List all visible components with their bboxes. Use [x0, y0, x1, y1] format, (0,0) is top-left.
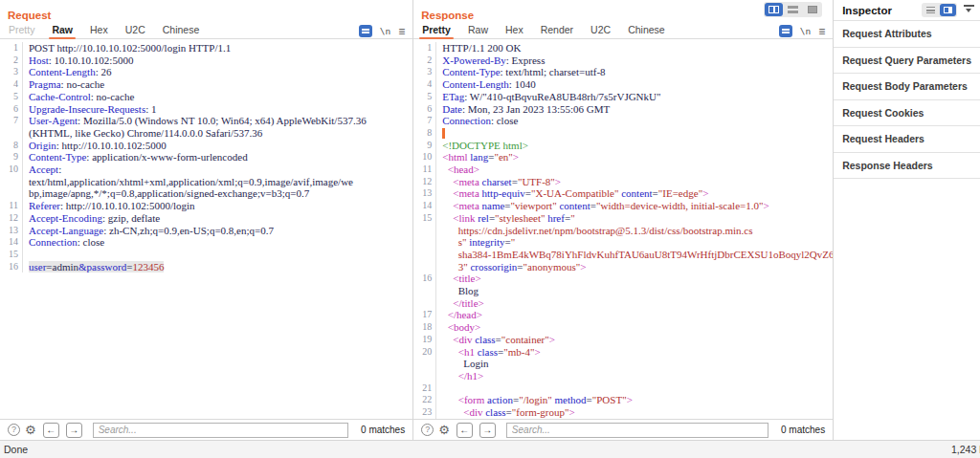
code-line: 11 <head>	[413, 164, 833, 176]
line-number: 5	[413, 91, 436, 103]
soft-wrap-toggle-icon[interactable]	[779, 25, 792, 37]
code-line: 7User-Agent: Mozilla/5.0 (Windows NT 10.…	[0, 115, 412, 127]
code-line: 5ETag: W/"410-qtBqvuReA8UB48rh/7s5rVJGNk…	[413, 91, 833, 103]
gear-icon[interactable]: ⚙	[438, 424, 450, 436]
code-text: Accept-Encoding: gzip, deflate	[29, 212, 160, 225]
code-text: s" integrity="	[442, 236, 515, 249]
tab-pretty[interactable]: Pretty	[421, 22, 452, 38]
line-number: 8	[413, 127, 436, 140]
line-number: 2	[0, 55, 23, 67]
code-text: ETag: W/"410-qtBqvuReA8UB48rh/7s5rVJGNkU…	[442, 91, 660, 103]
inspector-item-list: Request AttributesRequest Query Paramete…	[834, 21, 980, 179]
tab-chinese[interactable]: Chinese	[627, 22, 666, 38]
code-line: 2X-Powered-By: Express	[413, 55, 833, 67]
code-line: https://cdn.jsdelivr.net/npm/bootstrap@5…	[413, 225, 833, 237]
newline-visibility-toggle[interactable]: \n	[380, 26, 390, 36]
help-icon[interactable]: ?	[8, 424, 20, 436]
line-number: 17	[413, 309, 436, 321]
editor-menu-icon[interactable]: ≡	[398, 26, 405, 37]
request-title: Request	[8, 10, 51, 21]
soft-wrap-toggle-icon[interactable]	[359, 25, 372, 37]
gear-icon[interactable]: ⚙	[25, 424, 36, 436]
line-number: 12	[413, 176, 436, 188]
line-number: 4	[0, 78, 23, 91]
code-text: <title>	[442, 273, 481, 285]
collapse-panel-icon[interactable]	[964, 5, 974, 15]
code-text: </h1>	[442, 370, 483, 382]
code-text: Accept:	[29, 164, 61, 176]
tab-hex[interactable]: Hex	[504, 22, 524, 38]
line-number	[413, 297, 436, 310]
tab-hex[interactable]: Hex	[89, 22, 109, 38]
line-number: 11	[0, 200, 23, 212]
tab-u2c[interactable]: U2C	[124, 22, 146, 38]
code-text: <meta name="viewport" content="width=dev…	[442, 200, 769, 212]
line-number	[413, 249, 436, 261]
line-number: 1	[413, 42, 436, 55]
rows-icon	[788, 6, 798, 13]
inspector-item-request-headers[interactable]: Request Headers	[834, 126, 980, 153]
tab-pretty[interactable]: Pretty	[8, 22, 35, 38]
prev-match-button[interactable]: ←	[43, 423, 59, 438]
code-text: Login	[442, 358, 488, 370]
line-number: 4	[413, 78, 436, 91]
line-number: 9	[413, 140, 436, 152]
next-match-button[interactable]: →	[479, 423, 496, 438]
code-line: 1POST http://10.10.10.102:5000/login HTT…	[0, 42, 412, 55]
layout-single-button[interactable]	[803, 3, 821, 16]
line-number: 19	[413, 334, 436, 346]
tab-u2c[interactable]: U2C	[590, 22, 612, 38]
line-number	[413, 236, 436, 249]
http-message-viewer: Request PrettyRawHexU2CChinese \n ≡ 1POS…	[0, 0, 980, 458]
line-number: 12	[0, 212, 23, 225]
code-line: 10<html lang="en">	[413, 151, 833, 164]
code-text: Content-Length: 1040	[442, 78, 535, 91]
code-line: 6Date: Mon, 23 Jan 2023 13:55:06 GMT	[413, 103, 833, 116]
response-tab-bar: PrettyRawHexRenderU2CChinese \n ≡	[413, 23, 833, 39]
inspector-item-request-body-parameters[interactable]: Request Body Parameters	[834, 74, 980, 100]
inspector-list-view-button[interactable]	[923, 4, 939, 16]
inspector-pane-view-button[interactable]	[940, 4, 956, 16]
layout-rows-button[interactable]	[784, 3, 802, 16]
newline-visibility-toggle[interactable]: \n	[800, 26, 811, 36]
next-match-button[interactable]: →	[66, 423, 82, 438]
response-editor[interactable]: 1HTTP/1.1 200 OK2X-Powered-By: Express3C…	[413, 39, 833, 419]
code-text: Content-Type: text/html; charset=utf-8	[442, 66, 605, 78]
line-number: 1	[0, 42, 23, 55]
line-number: 13	[413, 187, 436, 200]
code-text: Cache-Control: no-cache	[29, 91, 134, 103]
response-search-bar: ? ⚙ ← → 0 matches	[413, 419, 833, 440]
tab-raw[interactable]: Raw	[467, 22, 489, 38]
code-text: <div class="container">	[442, 334, 555, 346]
line-number	[413, 370, 436, 382]
line-number: 10	[413, 151, 436, 164]
layout-columns-button[interactable]	[765, 3, 783, 16]
tab-chinese[interactable]: Chinese	[162, 22, 201, 38]
inspector-item-response-headers[interactable]: Response Headers	[834, 153, 980, 180]
help-icon[interactable]: ?	[421, 424, 434, 436]
code-line: 6Upgrade-Insecure-Requests: 1	[0, 103, 412, 116]
line-number	[413, 358, 436, 370]
line-number: 13	[0, 225, 23, 237]
code-line: 4Pragma: no-cache	[0, 78, 412, 91]
inspector-item-request-cookies[interactable]: Request Cookies	[834, 100, 980, 127]
editor-menu-icon[interactable]: ≡	[818, 26, 825, 37]
line-number: 21	[413, 382, 436, 395]
prev-match-button[interactable]: ←	[457, 423, 473, 438]
search-input[interactable]	[506, 423, 768, 438]
search-input[interactable]	[93, 423, 348, 438]
tab-render[interactable]: Render	[540, 22, 574, 38]
request-editor-icons: \n ≡	[359, 25, 405, 37]
code-line: 1HTTP/1.1 200 OK	[413, 42, 833, 55]
list-view-icon	[926, 7, 935, 13]
code-text: bp,image/apng,*/*;q=0.8,application/sign…	[29, 187, 309, 200]
request-editor[interactable]: 1POST http://10.10.10.102:5000/login HTT…	[0, 39, 412, 419]
code-text: <form action="/login" method="POST">	[442, 394, 633, 406]
line-number: 14	[413, 200, 436, 212]
inspector-item-request-attributes[interactable]: Request Attributes	[834, 21, 980, 48]
code-line: 14 <meta name="viewport" content="width=…	[413, 200, 833, 212]
inspector-item-request-query-parameters[interactable]: Request Query Parameters	[834, 48, 980, 75]
line-number: 6	[413, 103, 436, 116]
tab-raw[interactable]: Raw	[51, 22, 74, 38]
code-text: <head>	[442, 164, 479, 176]
